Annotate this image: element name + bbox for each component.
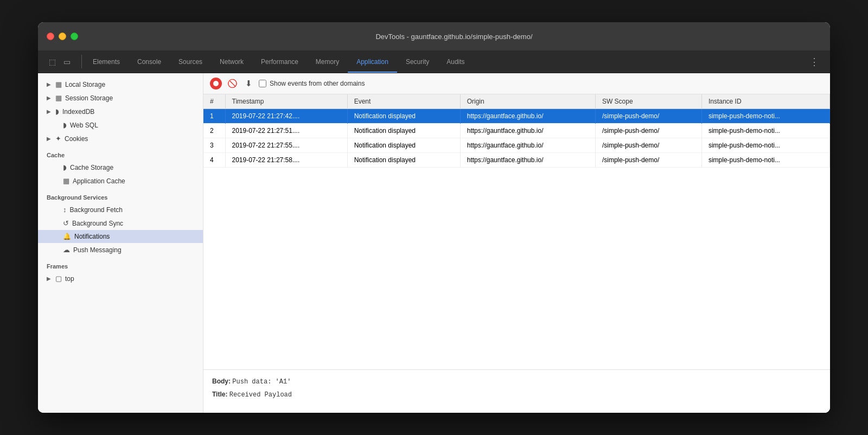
cookies-label: Cookies <box>65 135 88 143</box>
top-label: top <box>65 275 74 283</box>
table-row[interactable]: 42019-07-22 21:27:58....Notification dis… <box>203 153 830 168</box>
notifications-table-container: # Timestamp Event Origin SW Scope Instan… <box>203 94 830 369</box>
show-events-checkbox[interactable] <box>259 80 266 87</box>
minimize-button[interactable] <box>59 33 66 40</box>
notifications-table: # Timestamp Event Origin SW Scope Instan… <box>203 94 830 168</box>
arrow-icon: ▶ <box>47 95 51 101</box>
session-storage-icon: ▦ <box>55 94 62 102</box>
cookies-icon: ✦ <box>55 135 61 143</box>
sidebar-item-session-storage[interactable]: ▶ ▦ Session Storage <box>38 91 203 105</box>
detail-panel: Body: Push data: 'A1' Title: Received Pa… <box>203 369 830 413</box>
titlebar: DevTools - gauntface.github.io/simple-pu… <box>38 22 830 50</box>
notifications-toolbar: 🚫 ⬇ Show events from other domains <box>203 73 830 94</box>
col-num: # <box>203 94 225 109</box>
session-storage-label: Session Storage <box>65 94 113 102</box>
device-icon[interactable]: ▭ <box>61 56 73 67</box>
more-options-icon[interactable]: ⋮ <box>803 50 826 73</box>
application-cache-label: Application Cache <box>73 177 125 185</box>
indexeddb-label: IndexedDB <box>62 108 94 116</box>
push-messaging-icon: ☁ <box>63 246 70 254</box>
devtools-toolbar-icons: ⬚ ▭ <box>42 50 77 73</box>
col-timestamp: Timestamp <box>225 94 347 109</box>
tab-security[interactable]: Security <box>397 50 438 73</box>
sidebar: ▶ ▦ Local Storage ▶ ▦ Session Storage ▶ … <box>38 73 203 413</box>
background-fetch-label: Background Fetch <box>70 206 123 214</box>
arrow-icon: ▶ <box>47 108 51 114</box>
push-messaging-label: Push Messaging <box>73 246 122 254</box>
sidebar-item-background-fetch[interactable]: ↕ Background Fetch <box>38 203 203 216</box>
background-services-section-label: Background Services <box>38 188 203 203</box>
table-row[interactable]: 32019-07-22 21:27:55....Notification dis… <box>203 138 830 153</box>
sidebar-item-web-sql[interactable]: ◗ Web SQL <box>38 118 203 132</box>
traffic-lights <box>47 33 78 40</box>
maximize-button[interactable] <box>71 33 78 40</box>
arrow-icon: ▶ <box>47 81 51 87</box>
tab-sources[interactable]: Sources <box>170 50 211 73</box>
record-icon <box>213 81 219 86</box>
show-events-label: Show events from other domains <box>270 80 365 87</box>
top-icon: ▢ <box>55 274 62 283</box>
sidebar-item-top[interactable]: ▶ ▢ top <box>38 272 203 285</box>
indexeddb-icon: ◗ <box>55 107 59 116</box>
notifications-icon: 🔔 <box>63 233 71 240</box>
close-button[interactable] <box>47 33 54 40</box>
sidebar-item-application-cache[interactable]: ▦ Application Cache <box>38 174 203 188</box>
sidebar-item-cache-storage[interactable]: ◗ Cache Storage <box>38 161 203 174</box>
local-storage-label: Local Storage <box>65 81 105 88</box>
background-sync-label: Background Sync <box>72 220 123 227</box>
title-value: Received Payload <box>229 391 292 399</box>
background-sync-icon: ↺ <box>63 219 69 227</box>
frames-section-label: Frames <box>38 257 203 272</box>
col-instance-id: Instance ID <box>701 94 829 109</box>
sidebar-item-local-storage[interactable]: ▶ ▦ Local Storage <box>38 78 203 91</box>
local-storage-icon: ▦ <box>55 80 62 88</box>
sidebar-item-indexeddb[interactable]: ▶ ◗ IndexedDB <box>38 105 203 118</box>
tab-application[interactable]: Application <box>348 50 397 73</box>
inspect-icon[interactable]: ⬚ <box>47 56 58 67</box>
devtools-window: DevTools - gauntface.github.io/simple-pu… <box>38 22 830 413</box>
main-content: ▶ ▦ Local Storage ▶ ▦ Session Storage ▶ … <box>38 73 830 413</box>
tab-console[interactable]: Console <box>129 50 170 73</box>
tab-audits[interactable]: Audits <box>438 50 473 73</box>
col-sw-scope: SW Scope <box>595 94 701 109</box>
table-row[interactable]: 12019-07-22 21:27:42....Notification dis… <box>203 109 830 124</box>
notifications-label: Notifications <box>74 233 110 240</box>
tab-memory[interactable]: Memory <box>307 50 348 73</box>
record-button[interactable] <box>210 78 222 89</box>
body-key: Body: <box>212 378 231 385</box>
title-detail-line: Title: Received Payload <box>212 389 821 400</box>
col-event: Event <box>347 94 460 109</box>
arrow-icon: ▶ <box>47 276 51 282</box>
sidebar-item-notifications[interactable]: 🔔 Notifications <box>38 230 203 243</box>
cache-storage-label: Cache Storage <box>70 164 113 171</box>
title-key: Title: <box>212 391 227 398</box>
cache-section-label: Cache <box>38 145 203 161</box>
table-header-row: # Timestamp Event Origin SW Scope Instan… <box>203 94 830 109</box>
tab-separator <box>81 55 82 68</box>
application-cache-icon: ▦ <box>63 177 69 185</box>
clear-button[interactable]: 🚫 <box>226 78 238 89</box>
body-detail-line: Body: Push data: 'A1' <box>212 376 821 387</box>
table-row[interactable]: 22019-07-22 21:27:51....Notification dis… <box>203 124 830 138</box>
col-origin: Origin <box>460 94 595 109</box>
tab-network[interactable]: Network <box>211 50 252 73</box>
sidebar-item-push-messaging[interactable]: ☁ Push Messaging <box>38 243 203 257</box>
tab-performance[interactable]: Performance <box>252 50 307 73</box>
background-fetch-icon: ↕ <box>63 206 67 214</box>
web-sql-label: Web SQL <box>70 121 98 129</box>
tab-elements[interactable]: Elements <box>84 50 129 73</box>
tabbar: ⬚ ▭ Elements Console Sources Network Per… <box>38 50 830 73</box>
sidebar-item-background-sync[interactable]: ↺ Background Sync <box>38 216 203 230</box>
tab-spacer <box>474 50 803 73</box>
show-events-checkbox-label[interactable]: Show events from other domains <box>259 80 365 87</box>
content-panel: 🚫 ⬇ Show events from other domains # Tim… <box>203 73 830 413</box>
download-button[interactable]: ⬇ <box>242 78 254 89</box>
web-sql-icon: ◗ <box>63 121 67 129</box>
sidebar-item-cookies[interactable]: ▶ ✦ Cookies <box>38 132 203 145</box>
window-title: DevTools - gauntface.github.io/simple-pu… <box>87 33 821 41</box>
body-value: Push data: 'A1' <box>232 378 291 386</box>
arrow-icon: ▶ <box>47 136 51 142</box>
cache-storage-icon: ◗ <box>63 163 67 171</box>
